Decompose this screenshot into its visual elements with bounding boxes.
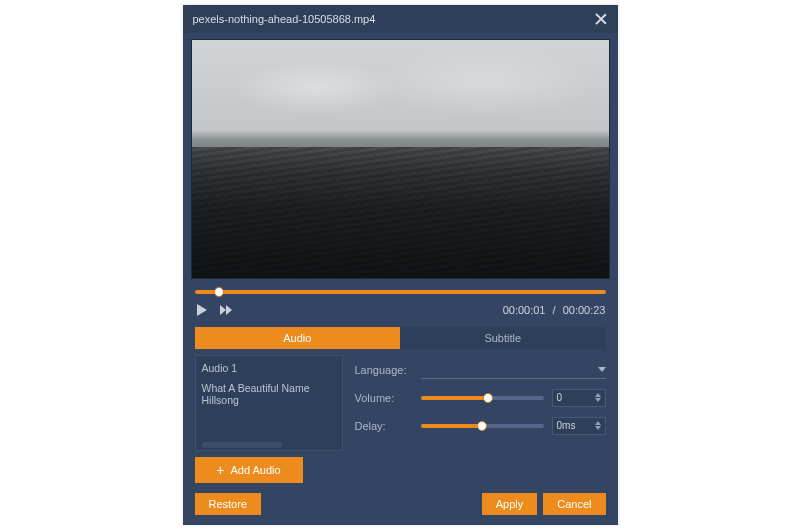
restore-button[interactable]: Restore bbox=[195, 493, 262, 515]
delay-fill bbox=[421, 424, 483, 428]
duration: 00:00:23 bbox=[563, 304, 606, 316]
chevron-up-icon[interactable] bbox=[595, 421, 601, 425]
audio-editor-window: pexels-nothing-ahead-10505868.mp4 bbox=[183, 5, 618, 525]
chevron-down-icon bbox=[598, 367, 606, 372]
chevron-down-icon[interactable] bbox=[595, 398, 601, 402]
delay-label: Delay: bbox=[355, 420, 413, 432]
fast-forward-icon[interactable] bbox=[219, 303, 233, 317]
volume-stepper[interactable]: 0 bbox=[552, 389, 606, 407]
play-icon[interactable] bbox=[195, 303, 209, 317]
file-name: pexels-nothing-ahead-10505868.mp4 bbox=[193, 13, 376, 25]
audio-track-list[interactable]: Audio 1 What A Beautiful Name Hillsong bbox=[195, 355, 343, 451]
apply-button[interactable]: Apply bbox=[482, 493, 538, 515]
tab-subtitle-label: Subtitle bbox=[484, 332, 521, 344]
seek-thumb[interactable] bbox=[214, 287, 224, 297]
time-separator: / bbox=[553, 304, 556, 316]
delay-row: Delay: 0ms bbox=[355, 417, 606, 435]
audio-panel: Audio 1 What A Beautiful Name Hillsong L… bbox=[195, 355, 606, 451]
seek-bar[interactable] bbox=[195, 285, 606, 299]
list-item[interactable]: What A Beautiful Name Hillsong bbox=[202, 382, 336, 406]
language-label: Language: bbox=[355, 364, 413, 376]
current-time: 00:00:01 bbox=[503, 304, 546, 316]
delay-value: 0ms bbox=[557, 420, 576, 431]
restore-label: Restore bbox=[209, 498, 248, 510]
tab-subtitle[interactable]: Subtitle bbox=[400, 327, 606, 349]
language-select[interactable] bbox=[421, 361, 606, 379]
delay-slider[interactable] bbox=[421, 423, 544, 429]
add-audio-label: Add Audio bbox=[231, 464, 281, 476]
footer: Restore Apply Cancel bbox=[183, 483, 618, 525]
volume-thumb[interactable] bbox=[483, 393, 493, 403]
delay-stepper[interactable]: 0ms bbox=[552, 417, 606, 435]
volume-slider[interactable] bbox=[421, 395, 544, 401]
svg-marker-1 bbox=[220, 305, 226, 315]
tab-audio[interactable]: Audio bbox=[195, 327, 401, 349]
audio-settings: Language: Volume: 0 bbox=[355, 355, 606, 451]
titlebar: pexels-nothing-ahead-10505868.mp4 bbox=[183, 5, 618, 33]
add-audio-button[interactable]: + Add Audio bbox=[195, 457, 303, 483]
svg-marker-2 bbox=[226, 305, 232, 315]
chevron-down-icon[interactable] bbox=[595, 426, 601, 430]
chevron-up-icon[interactable] bbox=[595, 393, 601, 397]
playback-controls: 00:00:01 / 00:00:23 bbox=[183, 279, 618, 321]
seek-track bbox=[195, 290, 606, 294]
volume-label: Volume: bbox=[355, 392, 413, 404]
volume-fill bbox=[421, 396, 489, 400]
video-preview[interactable] bbox=[191, 39, 610, 279]
stepper-arrows bbox=[595, 421, 601, 430]
time-display: 00:00:01 / 00:00:23 bbox=[503, 304, 606, 316]
close-icon[interactable] bbox=[594, 12, 608, 26]
delay-thumb[interactable] bbox=[477, 421, 487, 431]
svg-marker-0 bbox=[197, 304, 207, 316]
tab-bar: Audio Subtitle bbox=[195, 327, 606, 349]
tab-audio-label: Audio bbox=[283, 332, 311, 344]
volume-value: 0 bbox=[557, 392, 563, 403]
horizontal-scrollbar[interactable] bbox=[202, 442, 282, 448]
cancel-label: Cancel bbox=[557, 498, 591, 510]
cancel-button[interactable]: Cancel bbox=[543, 493, 605, 515]
plus-icon: + bbox=[216, 463, 224, 477]
list-item[interactable]: Audio 1 bbox=[202, 362, 336, 374]
stepper-arrows bbox=[595, 393, 601, 402]
language-row: Language: bbox=[355, 361, 606, 379]
volume-row: Volume: 0 bbox=[355, 389, 606, 407]
apply-label: Apply bbox=[496, 498, 524, 510]
